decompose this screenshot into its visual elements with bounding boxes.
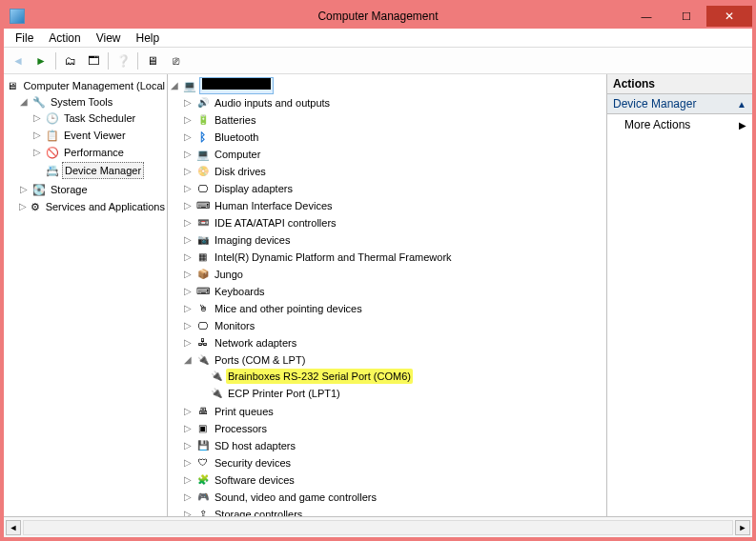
expand-icon[interactable]: ▷ bbox=[32, 128, 42, 143]
dev-software[interactable]: ▷Software devices bbox=[183, 472, 606, 488]
expand-icon[interactable]: ▷ bbox=[183, 490, 193, 505]
expand-icon[interactable]: ▷ bbox=[183, 164, 193, 179]
collapse-icon[interactable]: ◢ bbox=[19, 94, 29, 110]
tree-services-apps[interactable]: ▷ Services and Applications bbox=[19, 199, 167, 214]
tree-device-manager[interactable]: ▷ Device Manager bbox=[32, 162, 167, 179]
expand-icon[interactable]: ▷ bbox=[183, 455, 193, 471]
dev-sound[interactable]: ▷Sound, video and game controllers bbox=[183, 490, 606, 505]
tree-storage[interactable]: ▷ Storage bbox=[19, 182, 167, 197]
expand-icon[interactable]: ▷ bbox=[183, 318, 193, 333]
dev-hid[interactable]: ▷Human Interface Devices bbox=[183, 198, 606, 213]
more-actions[interactable]: More Actions ▶ bbox=[607, 114, 752, 135]
dev-storagectl[interactable]: ▷Storage controllers bbox=[183, 507, 606, 516]
dev-processors[interactable]: ▷Processors bbox=[183, 421, 606, 436]
expand-icon[interactable]: ▷ bbox=[183, 215, 193, 230]
dev-security[interactable]: ▷Security devices bbox=[183, 455, 606, 471]
dev-ide[interactable]: ▷IDE ATA/ATAPI controllers bbox=[183, 215, 606, 230]
tree-system-tools[interactable]: ◢ System Tools bbox=[19, 94, 167, 110]
display-icon bbox=[195, 182, 210, 195]
actions-section[interactable]: Device Manager ▲ bbox=[607, 94, 752, 114]
expand-icon[interactable]: ▷ bbox=[183, 267, 193, 282]
dev-port-brainboxes[interactable]: ▷Brainboxes RS-232 Serial Port (COM6) bbox=[196, 369, 606, 384]
close-button[interactable]: ✕ bbox=[706, 6, 752, 27]
expand-icon[interactable]: ▷ bbox=[183, 95, 193, 110]
expand-icon[interactable]: ▷ bbox=[183, 472, 193, 488]
expand-icon[interactable]: ▷ bbox=[19, 182, 29, 197]
console-tree: Computer Management (Local ◢ System Tool… bbox=[4, 74, 168, 516]
dev-imaging[interactable]: ▷Imaging devices bbox=[183, 232, 606, 248]
dev-jungo[interactable]: ▷Jungo bbox=[183, 267, 606, 282]
dev-display[interactable]: ▷Display adapters bbox=[183, 181, 606, 196]
view-devices-button[interactable]: ⎚ bbox=[165, 50, 186, 71]
expand-icon[interactable]: ▷ bbox=[183, 284, 193, 299]
toolbar-separator bbox=[108, 52, 109, 70]
ide-icon bbox=[195, 216, 210, 230]
expand-icon[interactable]: ▷ bbox=[183, 250, 193, 265]
minimize-button[interactable]: — bbox=[626, 6, 666, 27]
expand-icon[interactable]: ▷ bbox=[183, 112, 193, 128]
expand-icon[interactable]: ▷ bbox=[183, 147, 193, 162]
dev-keyboards[interactable]: ▷Keyboards bbox=[183, 284, 606, 299]
toolbar: 🗂 🗔 ❔ 🖥 ⎚ bbox=[4, 48, 752, 74]
audio-icon bbox=[195, 96, 210, 110]
horizontal-scrollbar[interactable]: ◄ ► bbox=[4, 516, 752, 537]
software-icon bbox=[195, 473, 210, 487]
scroll-track[interactable] bbox=[23, 520, 733, 535]
expand-icon[interactable]: ▷ bbox=[183, 421, 193, 436]
expand-icon[interactable]: ▷ bbox=[183, 130, 193, 145]
dev-intel[interactable]: ▷Intel(R) Dynamic Platform and Thermal F… bbox=[183, 250, 606, 265]
menu-bar: File Action View Help bbox=[4, 29, 752, 48]
collapse-icon[interactable]: ◢ bbox=[183, 352, 193, 368]
menu-action[interactable]: Action bbox=[41, 30, 88, 47]
dev-monitors[interactable]: ▷Monitors bbox=[183, 318, 606, 333]
expand-icon[interactable]: ▷ bbox=[183, 198, 193, 213]
dev-network[interactable]: ▷Network adapters bbox=[183, 335, 606, 351]
storage-ctrl-icon bbox=[195, 508, 210, 516]
dev-bluetooth[interactable]: ▷Bluetooth bbox=[183, 130, 606, 145]
dev-port-ecp[interactable]: ▷ECP Printer Port (LPT1) bbox=[196, 386, 606, 401]
jungo-icon bbox=[195, 268, 210, 281]
scroll-right-button[interactable]: ► bbox=[735, 520, 750, 535]
expand-icon[interactable]: ▷ bbox=[183, 232, 193, 248]
show-hide-tree-button[interactable]: 🗂 bbox=[60, 50, 81, 71]
content-area: Computer Management (Local ◢ System Tool… bbox=[4, 74, 752, 516]
expand-icon[interactable]: ▷ bbox=[183, 181, 193, 196]
tree-root[interactable]: Computer Management (Local bbox=[6, 78, 167, 93]
expand-icon[interactable]: ▷ bbox=[183, 301, 193, 316]
maximize-button[interactable]: ☐ bbox=[666, 6, 706, 27]
expand-icon[interactable]: ▷ bbox=[183, 335, 193, 351]
help-button[interactable]: ❔ bbox=[112, 50, 133, 71]
battery-icon bbox=[195, 113, 210, 127]
expand-icon[interactable]: ▷ bbox=[183, 438, 193, 453]
printer-port-icon bbox=[209, 387, 223, 400]
expand-icon[interactable]: ▷ bbox=[183, 404, 193, 419]
tree-event-viewer[interactable]: ▷ Event Viewer bbox=[32, 128, 167, 143]
menu-file[interactable]: File bbox=[8, 30, 41, 47]
scan-hardware-button[interactable]: 🖥 bbox=[142, 50, 163, 71]
arrow-left-icon bbox=[12, 54, 24, 68]
expand-icon[interactable]: ▷ bbox=[19, 199, 27, 214]
dev-sdhost[interactable]: ▷SD host adapters bbox=[183, 438, 606, 453]
dev-ports[interactable]: ◢Ports (COM & LPT) bbox=[183, 352, 606, 368]
dev-computer[interactable]: ▷Computer bbox=[183, 147, 606, 162]
properties-button[interactable]: 🗔 bbox=[83, 50, 104, 71]
tree-performance[interactable]: ▷ Performance bbox=[32, 145, 167, 160]
expand-icon[interactable]: ▷ bbox=[32, 145, 42, 160]
collapse-icon[interactable]: ◢ bbox=[170, 78, 179, 93]
scroll-left-button[interactable]: ◄ bbox=[6, 520, 21, 535]
dev-disk[interactable]: ▷Disk drives bbox=[183, 164, 606, 179]
dev-mice[interactable]: ▷Mice and other pointing devices bbox=[183, 301, 606, 316]
expand-icon[interactable]: ▷ bbox=[32, 110, 42, 126]
menu-view[interactable]: View bbox=[89, 30, 129, 47]
dev-batteries[interactable]: ▷Batteries bbox=[183, 112, 606, 128]
keyboard-icon bbox=[195, 285, 210, 298]
tree-task-scheduler[interactable]: ▷ Task Scheduler bbox=[32, 110, 167, 126]
menu-help[interactable]: Help bbox=[129, 30, 168, 47]
dev-printqueues[interactable]: ▷Print queues bbox=[183, 404, 606, 419]
nav-back-button[interactable] bbox=[8, 50, 29, 71]
device-root[interactable]: ◢ bbox=[170, 77, 606, 94]
dev-audio[interactable]: ▷Audio inputs and outputs bbox=[183, 95, 606, 110]
nav-forward-button[interactable] bbox=[31, 50, 51, 71]
expand-icon[interactable]: ▷ bbox=[183, 507, 193, 516]
device-tree: ◢ ▷Audio inputs and outputs ▷Batteries ▷… bbox=[168, 74, 607, 516]
